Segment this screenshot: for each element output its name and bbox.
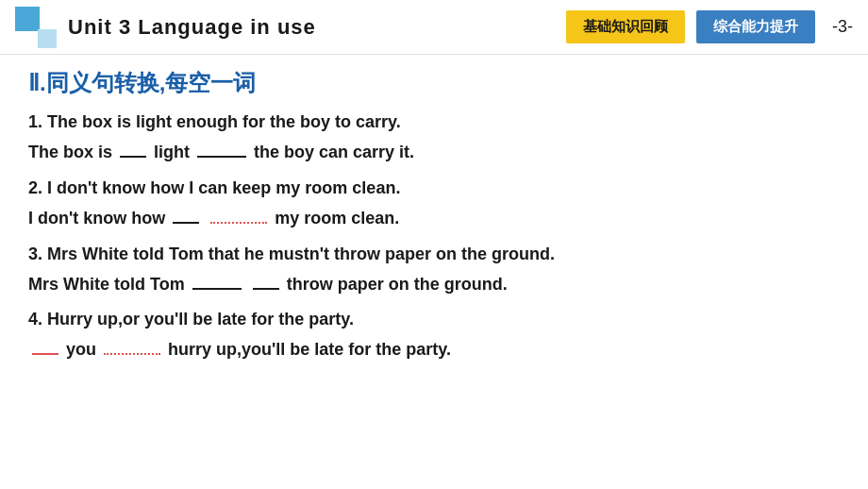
question-4-original: 4. Hurry up,or you'll be late for the pa… — [28, 307, 840, 332]
section-title: Ⅱ.同义句转换,每空一词 — [28, 68, 840, 98]
q3-text: Mrs White told Tom that he mustn't throw… — [47, 244, 555, 263]
btn-basic-knowledge[interactable]: 基础知识回顾 — [566, 10, 685, 43]
q1-word1: The box is — [28, 139, 112, 166]
q4-word1: you — [66, 336, 96, 363]
question-4-answer: you hurry up,you'll be late for the part… — [28, 336, 840, 363]
logo — [15, 7, 57, 48]
q2-blank2[interactable] — [210, 205, 267, 224]
q2-text: I don't know how I can keep my room clea… — [47, 178, 400, 197]
q3-word2: throw paper on the ground. — [287, 271, 508, 298]
q4-text: Hurry up,or you'll be late for the party… — [47, 310, 354, 329]
btn-comprehensive[interactable]: 综合能力提升 — [696, 10, 815, 43]
q3-word1: Mrs White told Tom — [28, 271, 185, 298]
question-1-answer: The box is light the boy can carry it. — [28, 139, 840, 166]
question-2-answer: I don't know how my room clean. — [28, 205, 840, 232]
question-4: 4. Hurry up,or you'll be late for the pa… — [28, 307, 840, 363]
header: Unit 3 Language in use 基础知识回顾 综合能力提升 -3- — [0, 0, 868, 55]
page-number: -3- — [832, 17, 853, 37]
q3-number: 3. — [28, 244, 42, 263]
q1-text: The box is light enough for the boy to c… — [47, 112, 401, 131]
q2-word2: my room clean. — [275, 205, 399, 232]
header-title: Unit 3 Language in use — [68, 15, 316, 40]
q4-number: 4. — [28, 310, 42, 329]
question-3: 3. Mrs White told Tom that he mustn't th… — [28, 242, 840, 298]
question-3-original: 3. Mrs White told Tom that he mustn't th… — [28, 242, 840, 267]
q3-blank1[interactable] — [192, 271, 242, 290]
q1-blank1[interactable] — [120, 139, 146, 158]
q2-word1: I don't know how — [28, 205, 165, 232]
q2-blank1[interactable] — [173, 205, 199, 224]
question-1-original: 1. The box is light enough for the boy t… — [28, 110, 840, 135]
logo-blue-square — [15, 7, 40, 31]
q4-blank2[interactable] — [104, 336, 160, 355]
q1-blank2[interactable] — [197, 139, 246, 158]
main-content: Ⅱ.同义句转换,每空一词 1. The box is light enough … — [0, 55, 868, 382]
q4-word2: hurry up,you'll be late for the party. — [168, 336, 451, 363]
q1-word2: light — [154, 139, 190, 166]
q1-number: 1. — [28, 112, 42, 131]
question-3-answer: Mrs White told Tom throw paper on the gr… — [28, 271, 840, 298]
header-buttons: 基础知识回顾 综合能力提升 — [566, 10, 815, 43]
q1-word3: the boy can carry it. — [254, 139, 414, 166]
question-2-original: 2. I don't know how I can keep my room c… — [28, 176, 840, 201]
q3-blank2[interactable] — [253, 271, 279, 290]
question-2: 2. I don't know how I can keep my room c… — [28, 176, 840, 232]
logo-light-square — [38, 29, 57, 48]
q2-number: 2. — [28, 178, 42, 197]
question-1: 1. The box is light enough for the boy t… — [28, 110, 840, 166]
q4-blank1[interactable] — [32, 336, 58, 355]
